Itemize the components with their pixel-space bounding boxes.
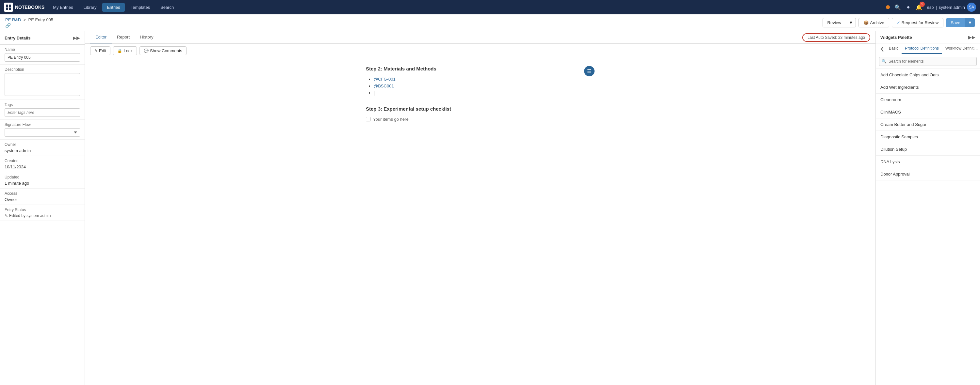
field-access: Access Owner (0, 189, 84, 205)
created-label: Created (5, 158, 80, 163)
editor-tabs: Editor Report History Last Auto Saved: 2… (85, 31, 875, 44)
tab-basic[interactable]: Basic (886, 43, 902, 54)
widgets-search-input[interactable] (879, 57, 977, 66)
editor-area: Editor Report History Last Auto Saved: 2… (85, 31, 875, 385)
lock-label: Lock (124, 48, 132, 53)
edit-icon: ✎ (94, 49, 98, 53)
breadcrumb-link-icon[interactable]: 🔗 (5, 23, 53, 28)
notifications: 🔔 9 (914, 3, 923, 12)
list-item-1: @CFG-001 (374, 77, 595, 82)
field-updated: Updated 1 minute ago (0, 172, 84, 189)
editor-menu-button[interactable]: ☰ (584, 66, 595, 76)
list-item[interactable]: Add Wet Ingredients (876, 81, 980, 93)
editor-content-inner: ☰ Step 2: Materials and Methods @CFG-001… (366, 66, 595, 122)
list-item[interactable]: Add Chocolate Chips and Oats (876, 69, 980, 81)
avatar[interactable]: SA (967, 3, 976, 12)
edit-button[interactable]: ✎ Edit (90, 46, 110, 55)
entry-status-value: ✎ Edited by system admin (5, 213, 80, 218)
field-created: Created 10/11/2024 (0, 156, 84, 172)
review-button[interactable]: Review (822, 18, 846, 27)
description-input[interactable] (5, 73, 80, 96)
list-item[interactable]: Diagnostic Samples (876, 131, 980, 143)
notification-badge: 9 (920, 2, 925, 7)
field-description: Description (0, 65, 84, 100)
search-nav-button[interactable]: 🔍 (893, 3, 902, 12)
updated-label: Updated (5, 175, 80, 179)
step3-heading: Step 3: Experimental setup checklist (366, 106, 595, 112)
save-caret-button[interactable]: ▼ (965, 18, 975, 27)
list-item[interactable]: CliniMACS (876, 106, 980, 119)
username: system admin (939, 5, 965, 10)
nav-library[interactable]: Library (79, 3, 101, 12)
tab-history[interactable]: History (135, 31, 158, 43)
tab-workflow-definitions[interactable]: Workflow Definiti... (942, 43, 980, 54)
access-value: Owner (5, 197, 80, 202)
owner-value: system admin (5, 148, 80, 153)
autosave-badge: Last Auto Saved: 23 minutes ago (802, 33, 870, 42)
tags-input[interactable] (5, 108, 80, 117)
nav-entries[interactable]: Entries (102, 3, 124, 12)
nav-templates[interactable]: Templates (126, 3, 154, 12)
checklist-placeholder: Your items go here (373, 117, 409, 122)
user-separator: | (935, 5, 937, 10)
save-button[interactable]: Save (946, 18, 965, 27)
breadcrumb-bar: PE R&D > PE Entry 005 🔗 Review ▼ 📦 Archi… (0, 14, 980, 31)
created-value: 10/11/2024 (5, 165, 80, 170)
nav-my-entries[interactable]: My Entries (48, 3, 78, 12)
tab-editor[interactable]: Editor (90, 31, 112, 43)
svg-rect-2 (6, 8, 8, 10)
breadcrumb: PE R&D > PE Entry 005 🔗 (5, 17, 53, 28)
list-item[interactable]: Cleanroom (876, 93, 980, 106)
cfg-link[interactable]: @CFG-001 (374, 77, 396, 82)
breadcrumb-parent-link[interactable]: PE R&D (5, 17, 21, 22)
breadcrumb-actions: Review ▼ 📦 Archive ✓ Request for Review … (822, 18, 975, 27)
name-input[interactable] (5, 53, 80, 62)
breadcrumb-current: PE Entry 005 (28, 17, 53, 22)
signature-flow-select[interactable] (5, 128, 80, 137)
nav-search[interactable]: Search (156, 3, 178, 12)
owner-label: Owner (5, 142, 80, 147)
widgets-tabs-left-arrow[interactable]: ❮ (879, 46, 886, 51)
editor-content: ☰ Step 2: Materials and Methods @CFG-001… (85, 58, 875, 385)
access-label: Access (5, 191, 80, 196)
entry-status-label: Entry Status (5, 208, 80, 212)
signature-flow-label: Signature Flow (5, 122, 80, 127)
sidebar-header: Entry Details ▶▶ (0, 31, 84, 45)
review-caret-button[interactable]: ▼ (846, 18, 856, 27)
lock-button[interactable]: 🔒 Lock (113, 46, 137, 55)
request-review-button[interactable]: ✓ Request for Review (892, 18, 943, 27)
list-item[interactable]: DNA Lysis (876, 155, 980, 168)
review-split-button: Review ▼ (822, 18, 856, 27)
list-item[interactable]: Cream Butter and Sugar (876, 119, 980, 131)
field-signature-flow: Signature Flow (0, 120, 84, 139)
field-name: Name (0, 45, 84, 65)
archive-button[interactable]: 📦 Archive (859, 18, 889, 27)
tags-label: Tags (5, 103, 80, 107)
description-label: Description (5, 67, 80, 72)
text-cursor (374, 91, 374, 96)
bullet-list: @CFG-001 @BSC001 (366, 77, 595, 96)
field-tags: Tags (0, 100, 84, 120)
widgets-search-icon: 🔍 (882, 59, 886, 63)
request-review-label: Request for Review (902, 20, 939, 25)
tab-protocol-definitions[interactable]: Protocol Definitions (902, 43, 942, 54)
top-navigation: NOTEBOOKS My Entries Library Entries Tem… (0, 0, 980, 14)
help-button[interactable]: ● (905, 3, 912, 11)
widgets-toggle-button[interactable]: ▶▶ (968, 35, 975, 40)
list-item[interactable]: Donor Approval (876, 168, 980, 181)
app-logo: NOTEBOOKS (4, 3, 45, 12)
list-item[interactable]: Dilution Setup (876, 143, 980, 155)
request-review-icon: ✓ (897, 20, 900, 25)
user-menu: esp | system admin SA (927, 3, 976, 12)
checklist-checkbox[interactable] (366, 117, 371, 121)
sidebar-collapse-button[interactable]: ▶▶ (73, 35, 80, 40)
tab-report[interactable]: Report (112, 31, 135, 43)
list-item-3 (374, 90, 595, 96)
bsc-link[interactable]: @BSC001 (374, 84, 394, 89)
breadcrumb-parent[interactable]: PE R&D > PE Entry 005 (5, 17, 53, 22)
show-comments-button[interactable]: 💬 Show Comments (140, 46, 186, 55)
checklist-item: Your items go here (366, 117, 595, 122)
esp-label: esp (927, 5, 934, 10)
lock-icon: 🔒 (117, 49, 122, 53)
breadcrumb-separator: > (24, 17, 26, 22)
